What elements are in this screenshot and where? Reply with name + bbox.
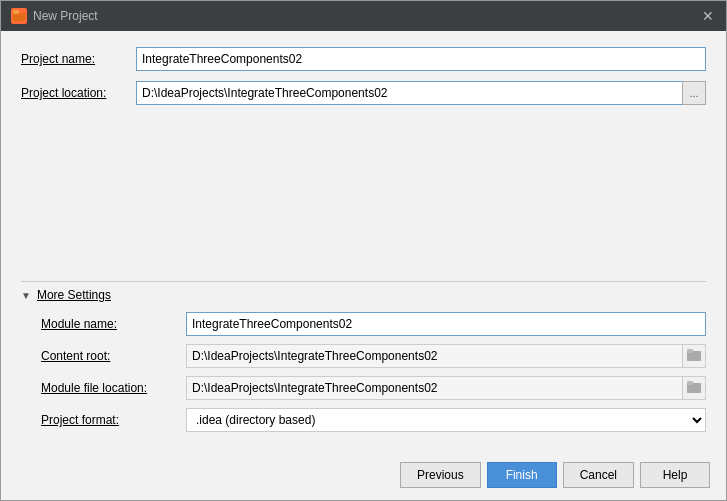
dialog-body: Project name: Project location: ... ▼ Mo… (1, 31, 726, 454)
svg-rect-3 (687, 349, 693, 353)
project-format-label: Project format: (41, 413, 186, 427)
svg-rect-0 (13, 13, 25, 21)
svg-rect-5 (687, 381, 693, 385)
project-name-row: Project name: (21, 47, 706, 71)
module-file-location-label: Module file location: (41, 381, 186, 395)
collapse-arrow-icon: ▼ (21, 290, 31, 301)
content-root-folder-button[interactable] (682, 344, 706, 368)
help-button[interactable]: Help (640, 462, 710, 488)
content-root-label: Content root: (41, 349, 186, 363)
project-location-label: Project location: (21, 86, 136, 100)
title-bar-left: New Project (11, 8, 98, 24)
project-format-row: Project format: .idea (directory based) (41, 408, 706, 432)
app-icon (11, 8, 27, 24)
finish-button[interactable]: Finish (487, 462, 557, 488)
more-settings-header-label: More Settings (37, 288, 111, 302)
previous-button[interactable]: Previous (400, 462, 481, 488)
folder-icon-2 (687, 381, 701, 395)
project-name-input[interactable] (136, 47, 706, 71)
more-settings-toggle[interactable]: ▼ More Settings (21, 282, 706, 308)
browse-button[interactable]: ... (682, 81, 706, 105)
more-settings-section: ▼ More Settings Module name: Content roo… (21, 281, 706, 444)
module-file-location-input[interactable] (186, 376, 682, 400)
module-name-label: Module name: (41, 317, 186, 331)
new-project-dialog: New Project ✕ Project name: Project loca… (0, 0, 727, 501)
content-root-row: Content root: (41, 344, 706, 368)
module-name-row: Module name: (41, 312, 706, 336)
dialog-footer: Previous Finish Cancel Help (1, 454, 726, 500)
project-name-label: Project name: (21, 52, 136, 66)
module-file-folder-button[interactable] (682, 376, 706, 400)
close-button[interactable]: ✕ (700, 8, 716, 24)
project-location-input[interactable] (136, 81, 682, 105)
project-format-select[interactable]: .idea (directory based) (186, 408, 706, 432)
module-name-input[interactable] (186, 312, 706, 336)
folder-icon (687, 349, 701, 363)
content-root-field (186, 344, 706, 368)
title-bar: New Project ✕ (1, 1, 726, 31)
svg-rect-1 (13, 10, 19, 14)
dialog-title: New Project (33, 9, 98, 23)
module-file-location-row: Module file location: (41, 376, 706, 400)
module-file-location-field (186, 376, 706, 400)
project-location-field: ... (136, 81, 706, 105)
cancel-button[interactable]: Cancel (563, 462, 634, 488)
project-location-row: Project location: ... (21, 81, 706, 105)
more-settings-body: Module name: Content root: (21, 308, 706, 444)
content-root-input[interactable] (186, 344, 682, 368)
